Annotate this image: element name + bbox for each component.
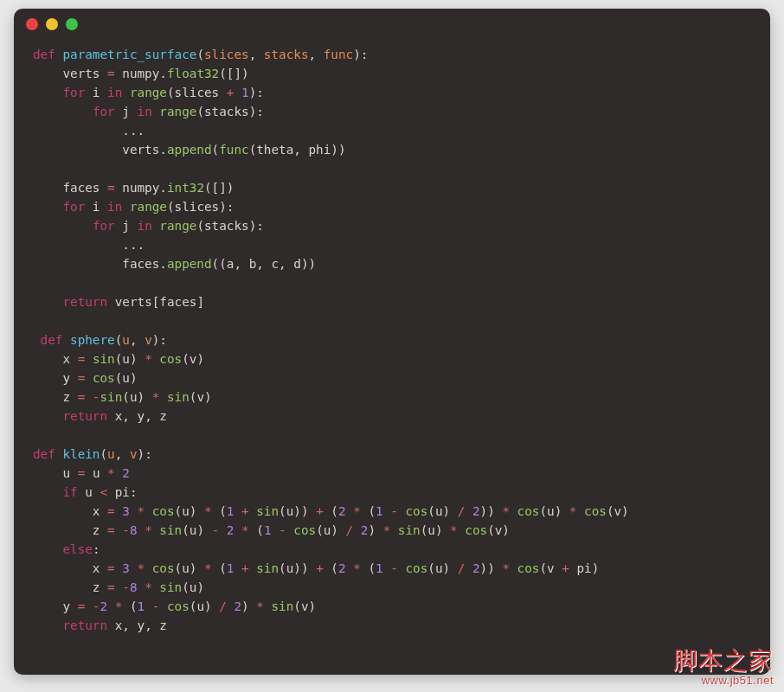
token-id [271,523,279,537]
token-op: * [204,504,219,518]
token-op: * [502,504,517,518]
token-op: * [152,390,167,404]
token-id: (u) [182,580,204,594]
token-id: ( [368,504,376,518]
token-id: (u) [539,504,569,518]
code-line: if u < pi: [33,485,138,499]
token-param: v [145,333,152,347]
token-id: ): [138,447,152,461]
close-icon[interactable] [26,18,38,30]
code-line: x = 3 * cos(u) * (1 + sin(u)) + (2 * (1 … [33,561,599,575]
token-call: int32 [167,181,204,195]
token-call: sin [256,561,279,575]
token-call: sin [167,390,190,404]
token-id: (v) [190,390,212,404]
token-num: 2 [338,561,346,575]
token-op: * [353,504,368,518]
token-op: * [569,504,584,518]
token-op: = [78,371,93,385]
token-id [33,105,93,119]
token-num: 2 [472,561,480,575]
token-id [346,561,354,575]
token-id: (u) [316,523,345,537]
watermark-url: www.jb51.net [673,675,774,687]
token-id: (u) [182,523,211,537]
token-id: (v) [182,352,204,366]
token-id: u [78,485,100,499]
token-id: z [33,523,107,537]
token-id: numpy [122,67,159,80]
token-id: ( [130,599,138,613]
token-op: = - [107,523,130,537]
token-id [130,504,138,518]
token-op: * [256,599,271,613]
token-num: 3 [122,504,130,518]
token-id: (stacks): [196,219,263,233]
token-call: cos [405,561,427,575]
token-op: - [212,523,227,537]
token-id: , [115,447,130,461]
token-call: range [159,105,196,119]
minimize-icon[interactable] [46,18,58,30]
token-id: x, y, z [107,409,167,423]
token-call: range [159,219,196,233]
token-param: slices [204,48,249,61]
token-id: ( [196,48,204,61]
code-line: def klein(u, v): [33,447,152,461]
token-id: ) [368,523,382,537]
token-param: stacks [264,48,309,61]
token-op: = - [107,580,130,594]
token-id: faces. [33,257,167,271]
token-op: * [353,561,368,575]
code-line: def parametric_surface(slices, stacks, f… [33,48,368,61]
token-id: (stacks): [196,105,263,119]
token-id: ( [368,561,376,575]
token-id: numpy [122,181,159,195]
token-kw: def [33,48,62,61]
token-call: range [130,200,167,214]
token-id: )) [480,561,503,575]
code-block: def parametric_surface(slices, stacks, f… [14,40,770,650]
token-id: x, y, z [107,618,167,632]
token-id: ( [219,561,227,575]
code-line: for i in range(slices + 1): [33,86,264,99]
token-id: i [85,86,107,99]
token-call: cos [405,504,427,518]
token-id: y [33,599,78,613]
code-line: y = -2 * (1 - cos(u) / 2) * sin(v) [33,599,316,613]
token-op: + [316,561,331,575]
token-id: i [85,200,107,214]
token-id: ... [33,238,145,252]
code-line: faces = numpy.int32([]) [33,181,234,195]
token-call: sin [159,523,182,537]
token-call: cos [167,599,190,613]
code-line: return x, y, z [33,618,167,632]
token-op: * [204,561,219,575]
token-id [33,618,62,632]
token-id: )) [480,504,503,518]
token-id: ([]) [204,181,234,195]
code-line: return x, y, z [33,409,167,423]
token-op: * [138,504,152,518]
zoom-icon[interactable] [66,18,78,30]
token-call: range [130,86,167,99]
token-id [130,561,138,575]
token-id: pi) [576,561,599,575]
token-op: * [450,523,465,537]
token-id: ( [100,447,107,461]
token-id [234,523,241,537]
token-id: (u) [427,504,457,518]
token-id: : [93,542,100,556]
token-id: ( [256,523,264,537]
token-id [383,561,391,575]
token-id: j [115,219,138,233]
token-id [234,561,241,575]
token-id: z [33,390,78,404]
token-id: u [33,466,78,480]
token-op: * [107,466,122,480]
code-line: ... [33,238,145,252]
token-id [122,200,130,214]
token-id: (u) [122,390,151,404]
token-id [138,523,145,537]
token-num: 2 [100,599,107,613]
